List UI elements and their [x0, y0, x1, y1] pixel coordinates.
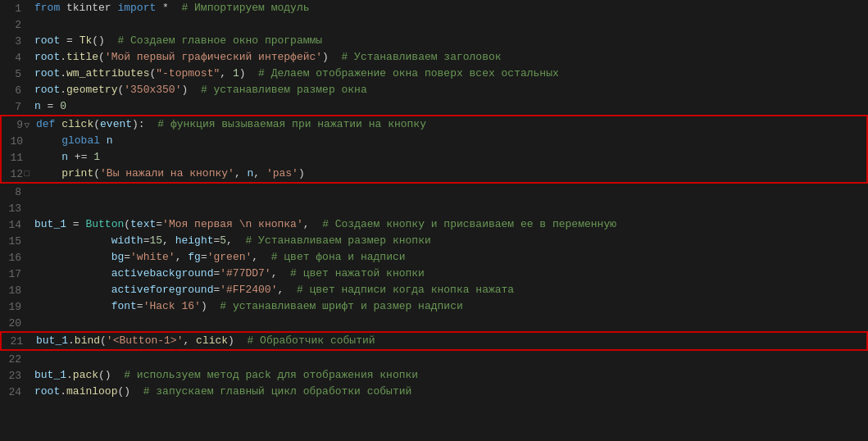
line-number: 16	[0, 252, 30, 264]
line-number: 7	[0, 101, 30, 113]
token-plain: =	[41, 100, 60, 112]
token-plain: =	[124, 251, 130, 263]
token-var: root	[34, 34, 60, 47]
line-number: 8	[0, 186, 30, 198]
token-param: activebackground	[111, 267, 214, 280]
token-plain: +=	[68, 151, 93, 163]
code-line: 5root.wm_attributes("-topmost", 1) # Дел…	[0, 66, 868, 82]
token-plain: ()	[92, 34, 117, 47]
token-plain: ()	[117, 385, 143, 398]
token-plain	[36, 167, 61, 180]
token-num: 0	[60, 100, 66, 112]
code-line: 16 bg='white', fg='green', # цвет фона и…	[0, 249, 868, 266]
code-line: 19 font='Hack 16') # устанавливаем шрифт…	[0, 298, 868, 315]
red-box-single: 21but_1.bind('<Button-1>', click) # Обра…	[0, 331, 868, 351]
code-line: 1from tkinter import * # Импортируем мод…	[0, 0, 868, 16]
token-var: root	[34, 84, 60, 96]
token-plain: ):	[132, 118, 157, 130]
token-plain: .	[60, 84, 66, 96]
line-content	[30, 184, 868, 200]
line-number: 17	[0, 268, 30, 280]
code-line: 23but_1.pack() # используем метод pack д…	[0, 367, 868, 384]
token-fn: bind	[75, 334, 100, 347]
token-num: 1	[233, 67, 239, 80]
token-plain: ,	[303, 218, 322, 230]
token-plain: (	[93, 118, 100, 130]
token-plain	[34, 234, 111, 247]
token-comment: # цвет нажатой кнопки	[290, 267, 425, 280]
line-content: global n	[31, 133, 866, 149]
token-plain	[36, 134, 61, 147]
line-number: 18	[0, 284, 30, 297]
token-fn: wm_attributes	[66, 67, 149, 80]
token-comment: # Импортируем модуль	[181, 2, 309, 14]
token-fn: Tk	[80, 34, 93, 47]
line-number: 13	[0, 202, 30, 215]
token-param: event	[100, 118, 132, 130]
line-number: 22	[0, 353, 30, 366]
token-var: root	[34, 51, 60, 63]
token-num: 15	[149, 234, 162, 247]
line-content	[30, 351, 868, 367]
token-plain	[34, 267, 111, 280]
line-number: 3	[0, 35, 30, 48]
token-plain: ,	[277, 284, 296, 296]
token-plain: (	[93, 167, 100, 180]
line-content: bg='white', fg='green', # цвет фона и на…	[30, 249, 868, 266]
line-number: 2	[0, 19, 30, 31]
token-comment: # Устанавливаем размер кнопки	[246, 234, 431, 247]
line-content: root.mainloop() # запускаем главный цикл…	[30, 384, 868, 400]
code-line: 18 activeforeground='#FF2400', # цвет на…	[0, 282, 868, 298]
line-content	[30, 16, 868, 33]
token-plain: ,	[183, 334, 196, 347]
token-plain: ,	[220, 67, 233, 80]
code-line: 21but_1.bind('<Button-1>', click) # Обра…	[2, 333, 866, 349]
token-plain: =	[137, 300, 143, 312]
token-fn: pack	[73, 369, 98, 381]
token-plain: ,	[162, 234, 175, 247]
token-plain: ,	[253, 167, 266, 180]
token-var: n	[34, 100, 41, 112]
token-param: text	[130, 218, 156, 230]
token-comment: # Делаем отображение окна поверх всех ос…	[258, 67, 559, 80]
fold-end-icon[interactable]: □	[2, 169, 31, 179]
code-line: 22	[0, 351, 868, 367]
code-line: 9▽def click(event): # функция вызываемая…	[2, 116, 866, 133]
code-line: 11 n += 1	[2, 149, 866, 166]
token-var: n	[107, 134, 113, 147]
token-plain: ()	[98, 369, 124, 381]
token-num: 5	[220, 234, 226, 247]
token-str: 'Hack 16'	[143, 300, 201, 312]
line-content: but_1.pack() # используем метод pack для…	[30, 367, 868, 384]
line-number: 1	[0, 2, 30, 15]
token-str: 'green'	[207, 251, 252, 263]
token-param: font	[111, 300, 137, 312]
token-fn: mainloop	[66, 385, 117, 398]
token-fn: geometry	[66, 84, 117, 96]
token-fn: title	[66, 51, 98, 63]
line-number: 23	[0, 370, 30, 382]
token-plain	[100, 134, 107, 147]
fold-open-icon[interactable]: ▽	[2, 120, 31, 130]
token-comment: # Обработчик событий	[248, 334, 375, 347]
token-var: but_1	[34, 369, 66, 381]
token-plain	[34, 300, 111, 312]
token-plain: tkinter	[60, 2, 117, 14]
line-content	[30, 200, 868, 216]
line-number: 20	[0, 317, 30, 330]
line-content: print('Вы нажали на кнопку', n, 'pas')	[31, 166, 866, 182]
token-kw: global	[61, 134, 100, 147]
line-content: width=15, height=5, # Устанавливаем разм…	[30, 233, 868, 249]
line-content: but_1 = Button(text='Моя первая \n кнопк…	[30, 216, 868, 233]
code-line: 10 global n	[2, 133, 866, 149]
token-param: bg	[111, 251, 125, 263]
code-line: 20	[0, 315, 868, 331]
token-plain: ,	[234, 167, 248, 180]
code-line: 2	[0, 16, 868, 33]
line-content: n = 0	[30, 98, 868, 115]
token-plain: (	[124, 218, 130, 230]
token-param: height	[175, 234, 214, 247]
token-param: activeforeground	[111, 284, 214, 296]
code-line: 7n = 0	[0, 98, 868, 115]
token-var: root	[34, 67, 60, 80]
